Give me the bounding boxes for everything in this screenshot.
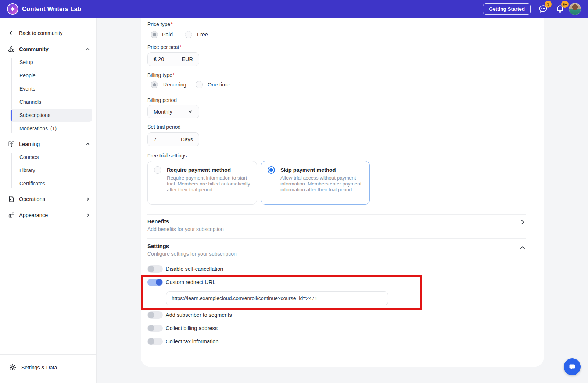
- required-asterisk: *: [179, 44, 181, 50]
- sidebar-learning-label: Learning: [19, 141, 40, 147]
- require-payment-method-card[interactable]: Require payment method Require payment i…: [147, 161, 257, 205]
- redirect-url-value: https://learn.examplecloud.com/enroll/co…: [172, 295, 318, 301]
- trial-period-input[interactable]: 7 Days: [147, 132, 199, 146]
- chevron-down-icon: [187, 109, 193, 114]
- sidebar-appearance-label: Appearance: [19, 212, 48, 218]
- sidebar-item-library[interactable]: Library: [10, 164, 92, 177]
- billing-type-label: Billing type*: [147, 72, 175, 78]
- subscription-form-card: Price type* Paid Free Price per seat* € …: [141, 18, 544, 367]
- settings-collapse-button[interactable]: [520, 245, 526, 252]
- sidebar-item-people[interactable]: People: [10, 69, 92, 82]
- chevron-right-icon: [85, 213, 90, 218]
- billing-period-select[interactable]: Monthly: [147, 105, 199, 118]
- collect-tax-information-row: Collect tax information: [147, 338, 218, 345]
- chevron-right-icon: [520, 219, 526, 225]
- free-trial-options: Require payment method Require payment i…: [147, 161, 370, 205]
- getting-started-button[interactable]: Getting Started: [483, 3, 531, 15]
- chevron-up-icon: [85, 47, 90, 52]
- chevron-up-icon: [520, 245, 526, 251]
- sidebar-item-label: Setup: [19, 59, 33, 65]
- app-title: Content Writers Lab: [22, 6, 81, 13]
- radio-one-time[interactable]: [196, 81, 203, 88]
- sidebar-item-label: Library: [19, 167, 35, 173]
- skip-payment-desc: Allow trial access without payment infor…: [280, 175, 363, 193]
- sidebar-item-courses[interactable]: Courses: [10, 150, 92, 164]
- settings-data-label: Settings & Data: [21, 365, 57, 370]
- sidebar-item-moderations[interactable]: Moderations (1): [10, 122, 92, 135]
- back-to-community-label: Back to community: [19, 30, 62, 36]
- sidebar-section-community[interactable]: Community: [8, 43, 92, 56]
- divider: [147, 358, 526, 358]
- disable-self-cancellation-toggle[interactable]: [147, 265, 163, 273]
- trial-value: 7: [154, 136, 157, 142]
- add-subscriber-segments-row: Add subscriber to segments: [147, 311, 232, 319]
- billing-period-label: Billing period: [147, 97, 177, 103]
- radio-recurring[interactable]: [151, 81, 158, 88]
- sidebar-item-events[interactable]: Events: [10, 82, 92, 95]
- required-asterisk: *: [173, 72, 175, 78]
- app-logo-icon[interactable]: [7, 3, 18, 15]
- price-per-seat-input[interactable]: € 20 EUR: [147, 52, 199, 66]
- sidebar-item-operations[interactable]: Operations: [8, 192, 92, 206]
- radio-free-label: Free: [197, 32, 208, 38]
- trial-unit-suffix: Days: [181, 136, 193, 142]
- radio-one-time-label: One-time: [208, 82, 230, 88]
- collect-billing-address-label: Collect billing address: [166, 325, 218, 331]
- radio-paid[interactable]: [151, 31, 158, 38]
- benefits-title: Benefits: [147, 218, 169, 224]
- operations-icon: [8, 195, 15, 203]
- add-subscriber-segments-label: Add subscriber to segments: [166, 312, 232, 318]
- sidebar-item-setup[interactable]: Setup: [10, 56, 92, 69]
- sidebar-item-channels[interactable]: Channels: [10, 95, 92, 109]
- gear-icon: [9, 364, 17, 371]
- back-arrow-icon: [9, 30, 15, 36]
- radio-recurring-label: Recurring: [163, 82, 186, 88]
- sidebar-item-subscriptions[interactable]: Subscriptions: [10, 109, 92, 122]
- sidebar-item-label: People: [19, 72, 36, 78]
- notifications-button[interactable]: 9+: [556, 4, 564, 13]
- price-type-options: Paid Free: [151, 31, 208, 38]
- sidebar-section-learning[interactable]: Learning: [8, 138, 92, 150]
- sidebar-item-label: Courses: [19, 154, 39, 160]
- support-chat-fab[interactable]: [564, 358, 581, 375]
- community-subnav: Setup People Events Channels Subscriptio…: [0, 56, 96, 135]
- collect-tax-information-toggle[interactable]: [147, 338, 163, 345]
- custom-redirect-toggle[interactable]: [147, 279, 163, 286]
- benefits-expand-button[interactable]: [520, 219, 526, 227]
- skip-payment-method-card[interactable]: Skip payment method Allow trial access w…: [261, 161, 370, 205]
- chat-messages-button[interactable]: 1: [539, 4, 548, 13]
- collect-billing-address-toggle[interactable]: [147, 325, 163, 332]
- sidebar-item-certificates[interactable]: Certificates: [10, 177, 92, 190]
- sidebar-item-label: Moderations: [19, 125, 48, 131]
- skip-payment-title: Skip payment method: [280, 166, 363, 173]
- collect-tax-information-label: Collect tax information: [166, 338, 218, 344]
- sidebar-item-label: Certificates: [19, 181, 45, 187]
- disable-self-cancellation-row: Disable self-cancellation: [147, 265, 223, 273]
- required-asterisk: *: [171, 21, 172, 27]
- redirect-url-input[interactable]: https://learn.examplecloud.com/enroll/co…: [166, 291, 388, 305]
- radio-free[interactable]: [185, 31, 192, 38]
- billing-type-options: Recurring One-time: [151, 81, 230, 88]
- radio-require-payment[interactable]: [154, 166, 161, 174]
- sidebar-item-label: Channels: [19, 99, 41, 105]
- radio-skip-payment[interactable]: [268, 166, 275, 174]
- sidebar-community-label: Community: [19, 46, 49, 52]
- chevron-right-icon: [85, 196, 90, 202]
- sidebar-item-label: Events: [19, 86, 35, 92]
- radio-paid-label: Paid: [162, 32, 173, 38]
- settings-subtitle: Configure settings for your subscription: [147, 251, 237, 257]
- price-type-label: Price type*: [147, 21, 173, 27]
- divider: [147, 214, 526, 215]
- back-to-community-link[interactable]: Back to community: [9, 30, 87, 36]
- disable-self-cancellation-label: Disable self-cancellation: [166, 266, 223, 272]
- free-trial-settings-label: Free trial settings: [147, 153, 187, 159]
- sidebar-operations-label: Operations: [19, 196, 45, 202]
- sidebar-item-settings-data[interactable]: Settings & Data: [0, 354, 96, 383]
- collect-billing-address-row: Collect billing address: [147, 325, 218, 332]
- moderations-count: (1): [50, 125, 57, 131]
- notifications-count-badge: 9+: [561, 1, 569, 8]
- user-avatar[interactable]: [569, 3, 581, 15]
- sidebar-item-appearance[interactable]: Appearance: [8, 209, 92, 222]
- sidebar-item-label: Subscriptions: [19, 112, 50, 118]
- add-subscriber-segments-toggle[interactable]: [147, 311, 163, 319]
